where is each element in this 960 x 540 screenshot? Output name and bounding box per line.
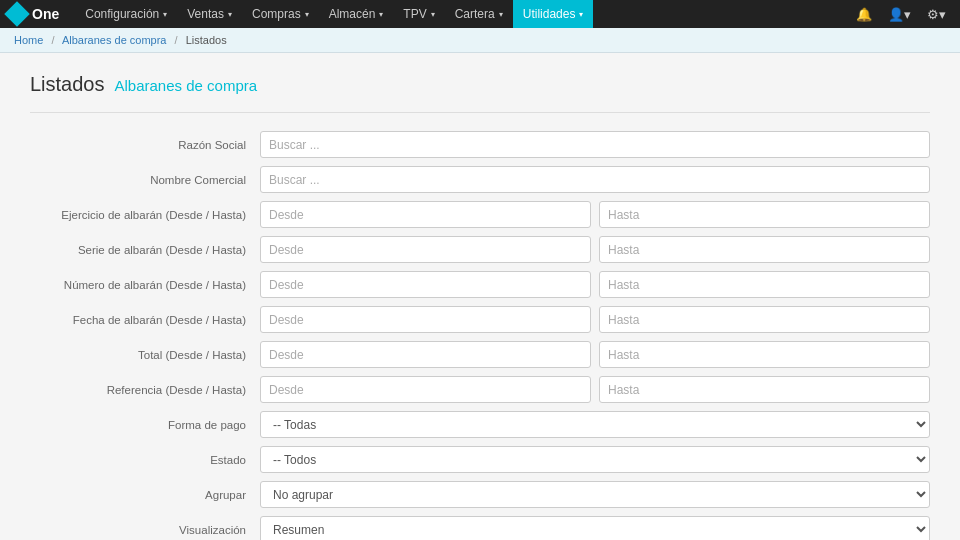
nav-item-configuracion[interactable]: Configuración ▾	[75, 0, 177, 28]
total-label: Total (Desde / Hasta)	[30, 349, 260, 361]
chevron-down-icon: ▾	[228, 10, 232, 19]
breadcrumb-sep-2: /	[175, 34, 178, 46]
settings-icon[interactable]: ⚙▾	[921, 0, 952, 28]
form-row-serie: Serie de albarán (Desde / Hasta)	[30, 236, 930, 263]
brand-label: One	[32, 6, 59, 22]
chevron-down-icon: ▾	[579, 10, 583, 19]
form-row-estado: Estado -- Todos	[30, 446, 930, 473]
numero-label: Número de albarán (Desde / Hasta)	[30, 279, 260, 291]
form-row-total: Total (Desde / Hasta)	[30, 341, 930, 368]
serie-label: Serie de albarán (Desde / Hasta)	[30, 244, 260, 256]
form-row-numero: Número de albarán (Desde / Hasta)	[30, 271, 930, 298]
form-row-visualizacion: Visualización Resumen	[30, 516, 930, 540]
main-content: Listados Albaranes de compra Razón Socia…	[0, 53, 960, 540]
razon-social-label: Razón Social	[30, 139, 260, 151]
ejercicio-range	[260, 201, 930, 228]
forma-pago-label: Forma de pago	[30, 419, 260, 431]
brand[interactable]: One	[8, 5, 59, 23]
breadcrumb-sep-1: /	[51, 34, 54, 46]
breadcrumb-home[interactable]: Home	[14, 34, 43, 46]
nombre-comercial-input[interactable]	[260, 166, 930, 193]
chevron-down-icon: ▾	[431, 10, 435, 19]
page-subtitle: Albaranes de compra	[115, 77, 258, 94]
fecha-hasta-input[interactable]	[599, 306, 930, 333]
fecha-range	[260, 306, 930, 333]
nav-menu: Configuración ▾ Ventas ▾ Compras ▾ Almac…	[75, 0, 850, 28]
form-row-ejercicio: Ejercicio de albarán (Desde / Hasta)	[30, 201, 930, 228]
serie-hasta-input[interactable]	[599, 236, 930, 263]
page-title-container: Listados Albaranes de compra	[30, 73, 930, 96]
chevron-down-icon: ▾	[163, 10, 167, 19]
user-icon[interactable]: 👤▾	[882, 0, 917, 28]
navbar-right: 🔔 👤▾ ⚙▾	[850, 0, 952, 28]
form-row-fecha: Fecha de albarán (Desde / Hasta)	[30, 306, 930, 333]
numero-range	[260, 271, 930, 298]
total-range	[260, 341, 930, 368]
nav-item-utilidades[interactable]: Utilidades ▾	[513, 0, 594, 28]
estado-label: Estado	[30, 454, 260, 466]
form-row-nombre-comercial: Nombre Comercial	[30, 166, 930, 193]
forma-pago-field: -- Todas	[260, 411, 930, 438]
total-hasta-input[interactable]	[599, 341, 930, 368]
form-row-razon-social: Razón Social	[30, 131, 930, 158]
ejercicio-hasta-input[interactable]	[599, 201, 930, 228]
chevron-down-icon: ▾	[499, 10, 503, 19]
filter-form: Razón Social Nombre Comercial Ejercicio …	[30, 131, 930, 540]
nav-item-ventas[interactable]: Ventas ▾	[177, 0, 242, 28]
visualizacion-field: Resumen	[260, 516, 930, 540]
serie-range	[260, 236, 930, 263]
brand-diamond-icon	[4, 1, 29, 26]
breadcrumb-section[interactable]: Albaranes de compra	[62, 34, 167, 46]
numero-hasta-input[interactable]	[599, 271, 930, 298]
form-row-forma-pago: Forma de pago -- Todas	[30, 411, 930, 438]
referencia-hasta-input[interactable]	[599, 376, 930, 403]
agrupar-label: Agrupar	[30, 489, 260, 501]
agrupar-select[interactable]: No agrupar	[260, 481, 930, 508]
nav-item-tpv[interactable]: TPV ▾	[393, 0, 444, 28]
visualizacion-select[interactable]: Resumen	[260, 516, 930, 540]
razon-social-field	[260, 131, 930, 158]
navbar: One Configuración ▾ Ventas ▾ Compras ▾ A…	[0, 0, 960, 28]
ejercicio-label: Ejercicio de albarán (Desde / Hasta)	[30, 209, 260, 221]
agrupar-field: No agrupar	[260, 481, 930, 508]
razon-social-input[interactable]	[260, 131, 930, 158]
serie-desde-input[interactable]	[260, 236, 591, 263]
chevron-down-icon: ▾	[379, 10, 383, 19]
breadcrumb: Home / Albaranes de compra / Listados	[0, 28, 960, 53]
form-row-agrupar: Agrupar No agrupar	[30, 481, 930, 508]
form-row-referencia: Referencia (Desde / Hasta)	[30, 376, 930, 403]
fecha-label: Fecha de albarán (Desde / Hasta)	[30, 314, 260, 326]
nav-item-compras[interactable]: Compras ▾	[242, 0, 319, 28]
nav-item-cartera[interactable]: Cartera ▾	[445, 0, 513, 28]
referencia-label: Referencia (Desde / Hasta)	[30, 384, 260, 396]
ejercicio-desde-input[interactable]	[260, 201, 591, 228]
chevron-down-icon: ▾	[305, 10, 309, 19]
nombre-comercial-label: Nombre Comercial	[30, 174, 260, 186]
visualizacion-label: Visualización	[30, 524, 260, 536]
notification-bell-icon[interactable]: 🔔	[850, 0, 878, 28]
estado-field: -- Todos	[260, 446, 930, 473]
numero-desde-input[interactable]	[260, 271, 591, 298]
estado-select[interactable]: -- Todos	[260, 446, 930, 473]
referencia-desde-input[interactable]	[260, 376, 591, 403]
breadcrumb-current: Listados	[186, 34, 227, 46]
nav-item-almacen[interactable]: Almacén ▾	[319, 0, 394, 28]
fecha-desde-input[interactable]	[260, 306, 591, 333]
referencia-range	[260, 376, 930, 403]
total-desde-input[interactable]	[260, 341, 591, 368]
nombre-comercial-field	[260, 166, 930, 193]
page-title: Listados	[30, 73, 105, 96]
title-divider	[30, 112, 930, 113]
forma-pago-select[interactable]: -- Todas	[260, 411, 930, 438]
